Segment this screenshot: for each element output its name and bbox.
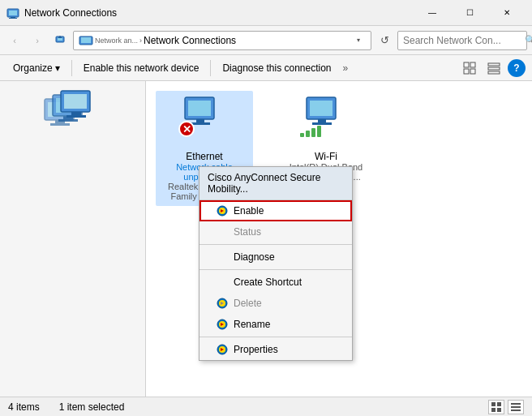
context-menu: Cisco AnyConnect Secure Mobility... Enab… <box>199 166 353 361</box>
status-bar: 4 items 1 item selected <box>0 397 532 416</box>
selected-text: 1 item selected <box>59 401 125 413</box>
maximize-button[interactable]: ☐ <box>451 0 488 26</box>
svg-rect-29 <box>188 101 211 116</box>
context-menu-shortcut[interactable]: Create Shortcut <box>200 272 352 293</box>
address-dropdown[interactable]: ▾ <box>351 31 366 50</box>
forward-button[interactable]: › <box>28 31 47 50</box>
rename-label: Rename <box>234 319 270 330</box>
close-button[interactable]: ✕ <box>488 0 526 26</box>
diagnose-icon <box>216 251 229 264</box>
content-area: ✕ Ethernet Network cable unplugged Realt… <box>146 81 532 397</box>
view-toggle-button[interactable] <box>483 58 504 79</box>
main-content: ✕ Ethernet Network cable unplugged Realt… <box>0 81 532 397</box>
left-panel-icons <box>32 89 114 154</box>
svg-rect-33 <box>310 101 332 116</box>
context-menu-enable[interactable]: Enable <box>200 200 352 221</box>
ethernet-name: Ethernet <box>161 151 248 162</box>
toolbar-separator2 <box>210 60 211 76</box>
svg-rect-54 <box>511 410 521 411</box>
up-button[interactable] <box>50 31 70 50</box>
enable-label: Enable this network device <box>84 62 200 74</box>
enable-label: Enable <box>234 205 264 217</box>
window-icon <box>6 6 19 19</box>
svg-rect-52 <box>511 403 521 405</box>
svg-rect-51 <box>497 408 501 412</box>
svg-rect-11 <box>464 69 469 74</box>
context-menu-status[interactable]: Status <box>200 221 352 242</box>
enable-icon <box>216 204 229 217</box>
search-box[interactable]: 🔍 <box>397 31 527 50</box>
organize-label: Organize <box>13 62 53 74</box>
wifi-icon <box>300 96 352 148</box>
delete-icon <box>216 297 229 310</box>
back-button[interactable]: ‹ <box>5 31 24 50</box>
status-icon <box>216 225 229 238</box>
svg-rect-50 <box>491 408 496 412</box>
shortcut-label: Create Shortcut <box>234 277 302 288</box>
svg-rect-15 <box>488 71 500 74</box>
svg-rect-1 <box>9 11 17 15</box>
svg-rect-49 <box>497 402 501 406</box>
context-menu-sep3 <box>200 337 352 337</box>
search-input[interactable] <box>403 35 525 46</box>
breadcrumb-separator1: › <box>139 36 142 45</box>
svg-rect-25 <box>64 94 87 109</box>
organize-arrow: ▾ <box>55 62 60 74</box>
signal-bars <box>300 122 321 137</box>
help-button[interactable]: ? <box>508 59 526 77</box>
svg-rect-27 <box>66 115 86 118</box>
context-menu-header: Cisco AnyConnect Secure Mobility... <box>200 167 352 200</box>
toolbar-right: ? <box>459 58 526 79</box>
svg-rect-3 <box>9 18 17 19</box>
breadcrumb-part1: Network an... <box>95 36 138 45</box>
minimize-button[interactable]: — <box>414 0 451 26</box>
ethernet-icon: ✕ <box>178 96 230 148</box>
status-label: Status <box>234 226 261 238</box>
context-menu-sep2 <box>200 269 352 270</box>
svg-rect-9 <box>464 62 469 67</box>
context-menu-diagnose[interactable]: Diagnose <box>200 247 352 268</box>
svg-rect-8 <box>81 37 91 43</box>
svg-rect-13 <box>488 63 500 66</box>
svg-rect-30 <box>196 119 204 122</box>
breadcrumb-part2: Network Connections <box>144 35 236 46</box>
context-menu-rename[interactable]: Rename <box>200 314 352 335</box>
svg-rect-53 <box>511 406 521 408</box>
properties-icon <box>216 343 229 356</box>
svg-rect-26 <box>71 112 81 115</box>
svg-rect-12 <box>470 69 475 74</box>
context-menu-delete[interactable]: Delete <box>200 293 352 314</box>
error-badge: ✕ <box>178 121 195 137</box>
rename-icon <box>216 318 229 331</box>
search-icon: 🔍 <box>525 35 532 45</box>
window-controls: — ☐ ✕ <box>414 0 526 26</box>
diagnose-button[interactable]: Diagnose this connection <box>216 58 337 79</box>
toolbar-separator1 <box>71 60 72 76</box>
breadcrumb-icon <box>79 33 93 48</box>
status-view-list[interactable] <box>508 400 524 414</box>
organize-button[interactable]: Organize ▾ <box>6 58 66 79</box>
view-options-button[interactable] <box>459 58 480 79</box>
diagnose-label: Diagnose this connection <box>222 62 331 74</box>
left-panel <box>0 81 146 397</box>
context-menu-sep1 <box>200 244 352 245</box>
context-menu-properties[interactable]: Properties <box>200 339 352 360</box>
title-bar: Network Connections — ☐ ✕ <box>0 0 532 26</box>
svg-rect-14 <box>488 67 500 70</box>
status-right <box>488 400 524 414</box>
svg-rect-2 <box>11 17 15 18</box>
properties-label: Properties <box>234 344 278 355</box>
delete-label: Delete <box>234 298 262 309</box>
items-count: 4 items <box>8 401 40 413</box>
svg-rect-10 <box>470 62 475 67</box>
wifi-name: Wi-Fi <box>282 151 370 162</box>
more-button[interactable]: » <box>340 58 352 79</box>
address-bar: ‹ › Network an... › Network Connections … <box>0 26 532 55</box>
enable-button[interactable]: Enable this network device <box>77 58 206 79</box>
status-view-grid[interactable] <box>488 400 504 414</box>
status-left: 4 items 1 item selected <box>8 401 488 413</box>
address-path[interactable]: Network an... › Network Connections ▾ <box>73 31 371 50</box>
svg-rect-48 <box>491 402 496 406</box>
refresh-button[interactable]: ↺ <box>375 31 394 50</box>
toolbar: Organize ▾ Enable this network device Di… <box>0 55 532 81</box>
